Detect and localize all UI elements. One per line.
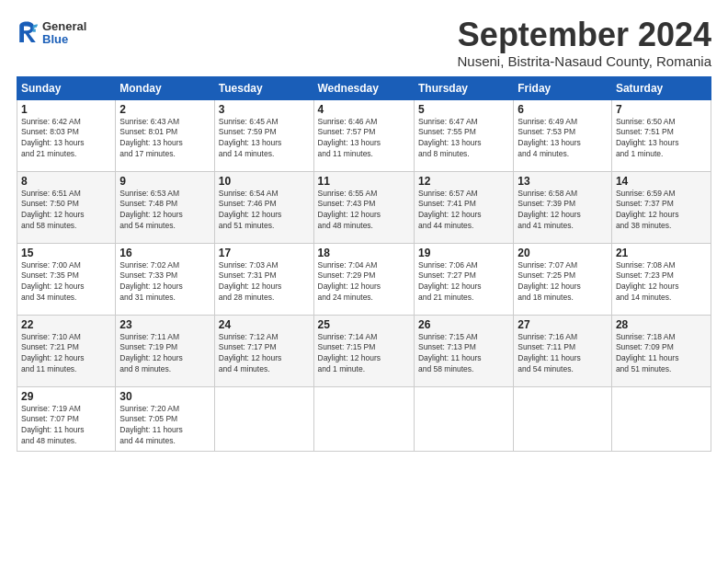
day-number: 25: [318, 318, 410, 331]
table-row: 26Sunrise: 7:15 AMSunset: 7:13 PMDayligh…: [414, 315, 513, 386]
day-info: Sunrise: 6:46 AMSunset: 7:57 PMDaylight:…: [318, 117, 410, 161]
table-row: 1Sunrise: 6:42 AMSunset: 8:03 PMDaylight…: [17, 99, 116, 171]
calendar-table: Sunday Monday Tuesday Wednesday Thursday…: [17, 76, 711, 452]
day-number: 1: [21, 103, 111, 116]
table-row: [313, 386, 414, 451]
day-number: 5: [418, 103, 509, 116]
day-info: Sunrise: 6:49 AMSunset: 7:53 PMDaylight:…: [518, 117, 608, 161]
table-row: 29Sunrise: 7:19 AMSunset: 7:07 PMDayligh…: [17, 386, 116, 451]
day-number: 17: [219, 247, 310, 259]
day-number: 6: [518, 103, 608, 116]
location-subtitle: Nuseni, Bistrita-Nasaud County, Romania: [457, 53, 711, 69]
table-row: 13Sunrise: 6:58 AMSunset: 7:39 PMDayligh…: [514, 171, 612, 243]
table-row: 11Sunrise: 6:55 AMSunset: 7:43 PMDayligh…: [313, 171, 414, 243]
day-number: 15: [21, 247, 111, 259]
table-row: 7Sunrise: 6:50 AMSunset: 7:51 PMDaylight…: [611, 99, 711, 171]
day-info: Sunrise: 6:54 AMSunset: 7:46 PMDaylight:…: [219, 189, 310, 233]
table-row: 19Sunrise: 7:06 AMSunset: 7:27 PMDayligh…: [414, 243, 513, 315]
table-row: [514, 386, 612, 451]
logo-blue: Blue: [42, 33, 86, 46]
day-info: Sunrise: 6:58 AMSunset: 7:39 PMDaylight:…: [518, 189, 608, 233]
day-number: 24: [219, 318, 310, 331]
table-row: 17Sunrise: 7:03 AMSunset: 7:31 PMDayligh…: [214, 243, 313, 315]
day-number: 29: [21, 390, 111, 403]
table-row: 16Sunrise: 7:02 AMSunset: 7:33 PMDayligh…: [116, 243, 214, 315]
table-row: 21Sunrise: 7:08 AMSunset: 7:23 PMDayligh…: [611, 243, 711, 315]
table-row: 12Sunrise: 6:57 AMSunset: 7:41 PMDayligh…: [414, 171, 513, 243]
day-info: Sunrise: 6:43 AMSunset: 8:01 PMDaylight:…: [119, 117, 210, 161]
table-row: 23Sunrise: 7:11 AMSunset: 7:19 PMDayligh…: [116, 315, 214, 386]
day-info: Sunrise: 7:12 AMSunset: 7:17 PMDaylight:…: [219, 332, 310, 376]
day-info: Sunrise: 7:16 AMSunset: 7:11 PMDaylight:…: [518, 332, 608, 376]
col-wednesday: Wednesday: [313, 76, 414, 99]
table-row: 28Sunrise: 7:18 AMSunset: 7:09 PMDayligh…: [611, 315, 711, 386]
table-row: 27Sunrise: 7:16 AMSunset: 7:11 PMDayligh…: [514, 315, 612, 386]
month-title: September 2024: [457, 17, 711, 53]
col-thursday: Thursday: [414, 76, 513, 99]
table-row: 2Sunrise: 6:43 AMSunset: 8:01 PMDaylight…: [116, 99, 214, 171]
day-number: 27: [518, 318, 608, 331]
day-info: Sunrise: 7:18 AMSunset: 7:09 PMDaylight:…: [616, 332, 707, 376]
day-number: 16: [119, 247, 210, 259]
day-number: 30: [119, 390, 210, 403]
table-row: 20Sunrise: 7:07 AMSunset: 7:25 PMDayligh…: [514, 243, 612, 315]
day-info: Sunrise: 7:02 AMSunset: 7:33 PMDaylight:…: [119, 260, 210, 304]
calendar-week-row: 29Sunrise: 7:19 AMSunset: 7:07 PMDayligh…: [17, 386, 711, 451]
day-number: 28: [616, 318, 707, 331]
day-info: Sunrise: 7:06 AMSunset: 7:27 PMDaylight:…: [418, 260, 509, 304]
col-tuesday: Tuesday: [214, 76, 313, 99]
header: General Blue September 2024 Nuseni, Bist…: [17, 17, 711, 69]
day-number: 3: [219, 103, 310, 116]
day-info: Sunrise: 7:07 AMSunset: 7:25 PMDaylight:…: [518, 260, 608, 304]
day-info: Sunrise: 7:14 AMSunset: 7:15 PMDaylight:…: [318, 332, 410, 376]
day-number: 9: [119, 175, 210, 188]
day-number: 23: [119, 318, 210, 331]
logo-text: General Blue: [42, 20, 86, 47]
day-info: Sunrise: 6:45 AMSunset: 7:59 PMDaylight:…: [219, 117, 310, 161]
col-monday: Monday: [116, 76, 214, 99]
col-friday: Friday: [514, 76, 612, 99]
table-row: 14Sunrise: 6:59 AMSunset: 7:37 PMDayligh…: [611, 171, 711, 243]
day-number: 18: [318, 247, 410, 259]
title-block: September 2024 Nuseni, Bistrita-Nasaud C…: [457, 17, 711, 69]
table-row: [414, 386, 513, 451]
calendar-week-row: 8Sunrise: 6:51 AMSunset: 7:50 PMDaylight…: [17, 171, 711, 243]
table-row: [611, 386, 711, 451]
day-info: Sunrise: 7:03 AMSunset: 7:31 PMDaylight:…: [219, 260, 310, 304]
day-info: Sunrise: 6:53 AMSunset: 7:48 PMDaylight:…: [119, 189, 210, 233]
day-info: Sunrise: 7:15 AMSunset: 7:13 PMDaylight:…: [418, 332, 509, 376]
day-number: 8: [21, 175, 111, 188]
day-number: 22: [21, 318, 111, 331]
day-number: 4: [318, 103, 410, 116]
day-number: 13: [518, 175, 608, 188]
day-info: Sunrise: 7:04 AMSunset: 7:29 PMDaylight:…: [318, 260, 410, 304]
day-number: 14: [616, 175, 707, 188]
table-row: 5Sunrise: 6:47 AMSunset: 7:55 PMDaylight…: [414, 99, 513, 171]
day-info: Sunrise: 7:11 AMSunset: 7:19 PMDaylight:…: [119, 332, 210, 376]
table-row: 25Sunrise: 7:14 AMSunset: 7:15 PMDayligh…: [313, 315, 414, 386]
table-row: 18Sunrise: 7:04 AMSunset: 7:29 PMDayligh…: [313, 243, 414, 315]
table-row: 30Sunrise: 7:20 AMSunset: 7:05 PMDayligh…: [116, 386, 214, 451]
table-row: [214, 386, 313, 451]
day-number: 12: [418, 175, 509, 188]
day-number: 11: [318, 175, 410, 188]
day-info: Sunrise: 6:42 AMSunset: 8:03 PMDaylight:…: [21, 117, 111, 161]
table-row: 3Sunrise: 6:45 AMSunset: 7:59 PMDaylight…: [214, 99, 313, 171]
day-info: Sunrise: 6:47 AMSunset: 7:55 PMDaylight:…: [418, 117, 509, 161]
table-row: 10Sunrise: 6:54 AMSunset: 7:46 PMDayligh…: [214, 171, 313, 243]
page-container: General Blue September 2024 Nuseni, Bist…: [0, 0, 728, 563]
day-info: Sunrise: 7:08 AMSunset: 7:23 PMDaylight:…: [616, 260, 707, 304]
day-number: 20: [518, 247, 608, 259]
day-number: 21: [616, 247, 707, 259]
day-info: Sunrise: 7:20 AMSunset: 7:05 PMDaylight:…: [119, 404, 210, 448]
day-info: Sunrise: 6:51 AMSunset: 7:50 PMDaylight:…: [21, 189, 111, 233]
day-number: 19: [418, 247, 509, 259]
col-sunday: Sunday: [17, 76, 116, 99]
table-row: 6Sunrise: 6:49 AMSunset: 7:53 PMDaylight…: [514, 99, 612, 171]
table-row: 24Sunrise: 7:12 AMSunset: 7:17 PMDayligh…: [214, 315, 313, 386]
calendar-week-row: 15Sunrise: 7:00 AMSunset: 7:35 PMDayligh…: [17, 243, 711, 315]
logo-icon: [17, 20, 39, 46]
logo: General Blue: [17, 20, 86, 47]
table-row: 8Sunrise: 6:51 AMSunset: 7:50 PMDaylight…: [17, 171, 116, 243]
calendar-header-row: Sunday Monday Tuesday Wednesday Thursday…: [17, 76, 711, 99]
